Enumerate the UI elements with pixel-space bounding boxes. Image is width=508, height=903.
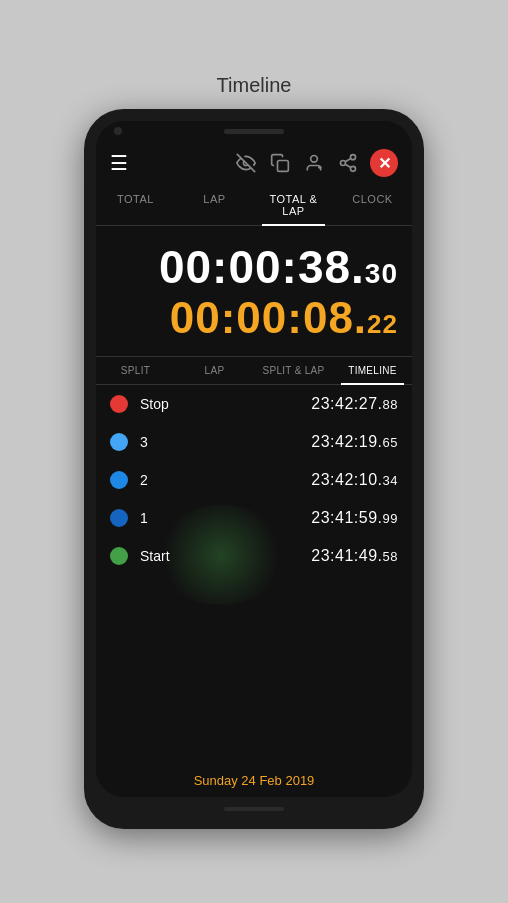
top-tabs: TOTAL LAP TOTAL & LAP CLOCK (96, 185, 412, 226)
list-item: Stop 23:42:27.88 (96, 385, 412, 423)
timeline-list: Stop 23:42:27.88 3 23:42:19.65 2 23:42:1… (96, 385, 412, 765)
item-label-2: 2 (140, 472, 176, 488)
svg-line-8 (345, 164, 351, 167)
tab-split-lap[interactable]: SPLIT & LAP (254, 357, 333, 384)
svg-point-5 (351, 155, 356, 160)
svg-point-7 (351, 166, 356, 171)
visibility-icon[interactable] (234, 151, 258, 175)
list-item: 1 23:41:59.99 (96, 499, 412, 537)
toolbar-left: ☰ (110, 151, 128, 175)
bottom-tabs: SPLIT LAP SPLIT & LAP TIMELINE (96, 356, 412, 385)
person-icon[interactable] (302, 151, 326, 175)
item-time-start: 23:41:49.58 (311, 547, 398, 565)
main-timer: 00:00:38.30 (110, 244, 398, 290)
dot-1 (110, 509, 128, 527)
svg-line-9 (345, 158, 351, 161)
dot-2 (110, 471, 128, 489)
share-icon[interactable] (336, 151, 360, 175)
close-button[interactable]: ✕ (370, 149, 398, 177)
camera-dot (114, 127, 122, 135)
tab-lap[interactable]: LAP (175, 185, 254, 225)
item-label-stop: Stop (140, 396, 176, 412)
tab-timeline[interactable]: TIMELINE (333, 357, 412, 384)
notch-area (96, 121, 412, 141)
timer-display: 00:00:38.30 00:00:08.22 (96, 226, 412, 350)
speaker-bar (224, 129, 284, 134)
phone-frame: ☰ (84, 109, 424, 829)
tab-total[interactable]: TOTAL (96, 185, 175, 225)
phone-screen: ☰ (96, 121, 412, 797)
item-time-2: 23:42:10.34 (311, 471, 398, 489)
item-label-1: 1 (140, 510, 176, 526)
page-title-area: Timeline (217, 74, 292, 109)
tab-clock[interactable]: CLOCK (333, 185, 412, 225)
svg-point-2 (311, 156, 318, 163)
dot-start (110, 547, 128, 565)
tab-split[interactable]: SPLIT (96, 357, 175, 384)
list-item: Start 23:41:49.58 (96, 537, 412, 575)
item-label-start: Start (140, 548, 176, 564)
item-time-1: 23:41:59.99 (311, 509, 398, 527)
item-label-3: 3 (140, 434, 176, 450)
tab-total-lap[interactable]: TOTAL & LAP (254, 185, 333, 225)
dot-stop (110, 395, 128, 413)
svg-point-6 (341, 161, 346, 166)
tab-lap-bottom[interactable]: LAP (175, 357, 254, 384)
svg-point-4 (318, 166, 321, 169)
toolbar: ☰ (96, 141, 412, 185)
svg-rect-1 (278, 161, 289, 172)
list-item: 2 23:42:10.34 (96, 461, 412, 499)
lap-timer: 00:00:08.22 (110, 296, 398, 340)
date-text: Sunday 24 Feb 2019 (194, 773, 315, 788)
page-title: Timeline (217, 74, 292, 97)
menu-icon[interactable]: ☰ (110, 152, 128, 174)
bottom-bar (96, 801, 412, 817)
date-footer: Sunday 24 Feb 2019 (96, 765, 412, 797)
dot-3 (110, 433, 128, 451)
item-time-3: 23:42:19.65 (311, 433, 398, 451)
bottom-bar-line (224, 807, 284, 811)
toolbar-right: ✕ (234, 149, 398, 177)
item-time-stop: 23:42:27.88 (311, 395, 398, 413)
list-item: 3 23:42:19.65 (96, 423, 412, 461)
copy-icon[interactable] (268, 151, 292, 175)
